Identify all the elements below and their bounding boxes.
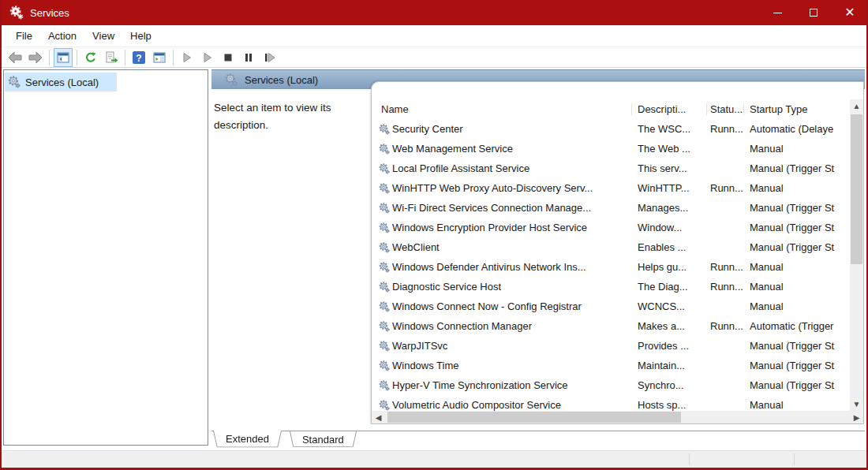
description-placeholder: Select an item to view its description. [214,99,376,134]
service-row[interactable]: Windows Time Maintain... Manual (Trigger… [372,356,850,375]
service-row[interactable]: WarpJITSvc Provides ... Manual (Trigger … [372,336,850,356]
maximize-button[interactable] [795,0,832,25]
forward-button[interactable] [26,48,45,67]
vertical-scrollbar[interactable]: ▲ ▼ [850,99,863,411]
scroll-left-icon[interactable]: ◀ [372,411,385,423]
status-bar-separator [794,453,795,465]
service-description: Manages... [632,202,707,214]
service-gear-icon [379,124,390,135]
minimize-button[interactable] [759,0,795,25]
service-startup-type: Manual [744,399,850,411]
close-button[interactable]: ✕ [832,0,868,25]
start-service-button[interactable] [178,48,196,67]
scroll-up-icon[interactable]: ▲ [850,99,863,113]
service-description: Synchro... [632,379,707,391]
resume-service-button[interactable] [198,48,217,67]
horizontal-scrollbar[interactable]: ◀ ▶ [372,411,863,423]
tree-item-label: Services (Local) [25,76,99,88]
export-list-button[interactable] [102,48,121,67]
tab-extended[interactable]: Extended [213,431,282,449]
service-startup-type: Manual (Trigger St [744,202,850,214]
services-rows: Security Center The WSC... Runn... Autom… [372,119,850,411]
service-row[interactable]: Security Center The WSC... Runn... Autom… [372,119,850,139]
menu-view[interactable]: View [84,27,122,45]
scroll-down-icon[interactable]: ▼ [850,397,863,411]
back-button[interactable] [6,48,24,67]
service-row[interactable]: WebClient Enables ... Manual (Trigger St [372,237,850,257]
services-pane: Services (Local) Select an item to view … [211,69,865,448]
services-gear-icon [8,76,21,88]
refresh-button[interactable] [81,48,100,67]
tab-standard[interactable]: Standard [290,431,357,449]
service-description: This serv... [632,162,707,174]
vertical-scroll-thumb[interactable] [851,114,862,264]
show-action-pane-icon [153,51,166,64]
service-startup-type: Manual (Trigger St [744,379,850,391]
refresh-icon [84,51,97,64]
restart-service-button[interactable] [260,48,279,67]
menu-file[interactable]: File [8,27,40,45]
service-status: Runn... [707,182,744,194]
service-gear-icon [379,242,390,253]
show-console-tree-button[interactable] [54,48,73,67]
svg-text:?: ? [136,52,141,63]
pane-header-gear-icon [225,73,238,86]
menu-help[interactable]: Help [122,27,159,45]
service-startup-type: Manual [744,143,850,155]
resume-service-icon [202,52,213,63]
service-gear-icon [379,360,390,371]
service-name: WarpJITSvc [392,340,447,352]
service-row[interactable]: Windows Encryption Provider Host Service… [372,218,850,237]
tab-extended-label: Extended [226,433,269,445]
service-description: WCNCS... [632,300,707,312]
scroll-right-icon[interactable]: ▶ [850,411,863,423]
show-action-pane-button[interactable] [150,48,169,67]
help-button[interactable]: ? [129,48,148,67]
service-gear-icon [379,163,390,174]
service-row[interactable]: Windows Connect Now - Config Registrar W… [372,297,850,316]
pause-service-button[interactable] [239,48,258,67]
service-row[interactable]: Hyper-V Time Synchronization Service Syn… [372,375,850,395]
export-list-icon [105,51,118,64]
service-row[interactable]: Windows Connection Manager Makes a... Ru… [372,316,850,336]
toolbar-separator [49,50,50,65]
service-row[interactable]: Diagnostic Service Host The Diag... Runn… [372,277,850,297]
back-icon [8,51,22,64]
toolbar: ? [2,47,866,68]
stop-service-button[interactable] [219,48,238,67]
service-name: Wi-Fi Direct Services Connection Manage.… [392,202,591,214]
column-header-name[interactable]: Name [372,103,632,115]
service-startup-type: Manual (Trigger St [744,340,850,352]
column-header-description[interactable]: Descripti... [632,103,707,115]
tab-standard-label: Standard [302,434,344,446]
service-row[interactable]: Volumetric Audio Compositor Service Host… [372,395,850,411]
service-description: Enables ... [632,241,707,253]
column-header-status[interactable]: Statu... [707,103,744,115]
stop-service-icon [223,52,234,63]
horizontal-scroll-thumb[interactable] [387,412,681,423]
service-gear-icon [379,262,390,273]
service-startup-type: Automatic (Trigger [744,320,850,332]
menu-action[interactable]: Action [40,27,84,45]
service-name: Volumetric Audio Compositor Service [392,399,561,411]
service-row[interactable]: Wi-Fi Direct Services Connection Manage.… [372,198,850,218]
service-status: Runn... [707,123,744,135]
service-description: Helps gu... [632,261,707,273]
status-bar [2,450,866,468]
tree-item-services-local[interactable]: Services (Local) [5,73,117,91]
service-row[interactable]: Web Management Service The Web ... Manua… [372,139,850,159]
service-gear-icon [379,321,390,332]
body-area: Services (Local) Services (Local) Select… [2,68,866,448]
show-console-tree-icon [57,51,69,64]
service-name: Windows Defender Antivirus Network Ins..… [392,261,586,273]
service-status: Runn... [707,261,744,273]
service-startup-type: Manual [744,182,850,194]
service-row[interactable]: Windows Defender Antivirus Network Ins..… [372,257,850,277]
column-header-startup-type[interactable]: Startup Type [744,103,850,115]
service-row[interactable]: Local Profile Assistant Service This ser… [372,159,850,178]
service-gear-icon [379,400,390,411]
service-description: Hosts sp... [632,399,707,411]
service-row[interactable]: WinHTTP Web Proxy Auto-Discovery Serv...… [372,178,850,198]
service-name: Windows Time [392,360,459,371]
title-bar[interactable]: Services ✕ [0,0,868,25]
